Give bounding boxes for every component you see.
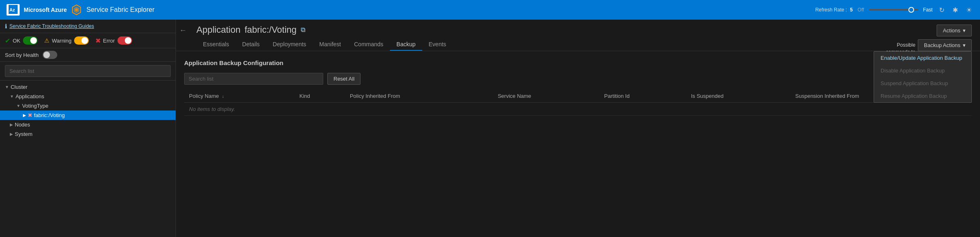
chevron-down-icon: ▼ — [16, 104, 20, 108]
sidebar: ℹ Service Fabric Troubleshooting Guides … — [0, 20, 176, 237]
sidebar-guide-link[interactable]: ℹ Service Fabric Troubleshooting Guides — [0, 20, 176, 33]
tree-item-label: System — [15, 131, 32, 137]
error-label: Error — [103, 38, 115, 44]
no-items-row: No items to display. — [184, 103, 972, 116]
theme-icon[interactable]: ☀ — [964, 5, 973, 16]
filter-row: ✔ OK ⚠ Warning ✖ Error — [0, 33, 176, 48]
warning-toggle[interactable] — [74, 36, 89, 45]
error-badge-icon: ✖ — [28, 112, 32, 118]
commands-overlay: Possiblecommands to Backup Actions ▾ Ena… — [886, 39, 972, 56]
backup-actions-arrow-icon: ▾ — [963, 42, 966, 48]
backup-actions-button[interactable]: Backup Actions ▾ — [918, 39, 972, 51]
sort-toggle[interactable] — [43, 51, 57, 59]
brand-name: Microsoft Azure — [24, 7, 67, 13]
page-title-row: Application fabric:/Voting ⧉ — [184, 25, 972, 35]
azure-logo: Az — [7, 4, 20, 16]
tree-item-label: Cluster — [11, 84, 27, 90]
off-label: Off — [858, 7, 864, 13]
tree-item-votingtype[interactable]: ▼ VotingType — [0, 101, 176, 111]
tab-backup[interactable]: Backup — [390, 38, 422, 51]
backup-config-table: Policy Name ↓ Kind Policy Inherited From… — [184, 90, 972, 116]
info-icon: ℹ — [5, 23, 7, 29]
no-items-text: No items to display. — [189, 101, 235, 117]
ok-toggle[interactable] — [23, 36, 38, 45]
tab-essentials[interactable]: Essentials — [196, 38, 236, 51]
tree-item-label: Applications — [16, 93, 44, 99]
col-partition-id: Partition Id — [599, 90, 686, 103]
warning-icon: ⚠ — [44, 37, 50, 44]
refresh-icon[interactable]: ↻ — [937, 5, 946, 16]
tab-deployments[interactable]: Deployments — [266, 38, 313, 51]
svg-point-4 — [75, 9, 78, 11]
tab-details[interactable]: Details — [236, 38, 266, 51]
main-layout: ℹ Service Fabric Troubleshooting Guides … — [0, 20, 980, 237]
col-is-suspended: Is Suspended — [686, 90, 791, 103]
backup-actions-menu: Enable/Update Application Backup Disable… — [874, 51, 972, 103]
sidebar-tree: ▼ Cluster ▼ Applications ▼ VotingType ▶ … — [0, 81, 176, 237]
guide-link-text: Service Fabric Troubleshooting Guides — [9, 23, 94, 29]
tab-manifest[interactable]: Manifest — [313, 38, 347, 51]
back-arrow-icon[interactable]: ← — [179, 26, 187, 35]
tab-events[interactable]: Events — [422, 38, 453, 51]
sort-arrow-icon: ↓ — [222, 94, 224, 99]
page-title-name: fabric:/Voting — [245, 25, 297, 35]
actions-label: Actions — [943, 27, 960, 34]
tree-item-nodes[interactable]: ▶ Nodes — [0, 120, 176, 129]
tree-item-cluster[interactable]: ▼ Cluster — [0, 82, 176, 92]
sort-by-health-label: Sort by Health — [5, 52, 38, 58]
sidebar-search-input[interactable] — [5, 65, 171, 77]
section-title: Application Backup Configuration — [184, 59, 972, 66]
copy-icon[interactable]: ⧉ — [301, 26, 305, 34]
actions-button-container: Actions ▾ — [937, 25, 972, 36]
tabs-row: Essentials Details Deployments Manifest … — [184, 38, 972, 51]
svg-text:Az: Az — [9, 7, 15, 12]
brand-container: Az Microsoft Azure Service Fabric Explor… — [7, 4, 155, 16]
dropdown-item-disable: Disable Application Backup — [874, 64, 971, 77]
tree-item-fabric-voting[interactable]: ▶ ✖ fabric:/Voting — [0, 111, 176, 120]
chevron-right-icon: ▶ — [10, 122, 13, 127]
hexagon-icon — [71, 4, 82, 16]
dropdown-item-suspend: Suspend Application Backup — [874, 77, 971, 90]
dropdown-arrow-icon: ▾ — [963, 27, 966, 34]
col-policy-name[interactable]: Policy Name ↓ — [184, 90, 295, 103]
table-search-input[interactable] — [184, 73, 323, 85]
table-toolbar: Reset All — [184, 73, 972, 85]
top-nav-bar: Az Microsoft Azure Service Fabric Explor… — [0, 0, 980, 20]
tab-commands[interactable]: Commands — [347, 38, 390, 51]
dropdown-item-enable[interactable]: Enable/Update Application Backup — [874, 52, 971, 64]
col-policy-inherited: Policy Inherited From — [345, 90, 493, 103]
warning-label: Warning — [52, 38, 72, 44]
col-kind: Kind — [295, 90, 345, 103]
sort-row: Sort by Health — [0, 48, 176, 62]
sidebar-search-row — [0, 62, 176, 81]
backup-actions-label: Backup Actions — [924, 42, 960, 48]
table-header-row: Policy Name ↓ Kind Policy Inherited From… — [184, 90, 972, 103]
ok-filter: ✔ OK — [5, 36, 38, 45]
tree-item-label: VotingType — [22, 103, 48, 109]
error-icon: ✖ — [95, 37, 101, 45]
warning-filter: ⚠ Warning — [44, 36, 89, 45]
tree-item-system[interactable]: ▶ System — [0, 129, 176, 139]
reset-all-button[interactable]: Reset All — [327, 73, 360, 85]
content-body: Application Backup Configuration Reset A… — [176, 51, 980, 237]
app-title: Service Fabric Explorer — [86, 6, 154, 14]
chevron-right-icon: ▶ — [23, 113, 26, 117]
dropdown-item-resume: Resume Application Backup — [874, 90, 971, 102]
settings-icon[interactable]: ✱ — [951, 5, 960, 16]
refresh-slider[interactable] — [869, 9, 918, 11]
chevron-right-icon: ▶ — [10, 132, 13, 136]
nav-right: Refresh Rate : 5 Off Fast ↻ ✱ ☀ — [815, 5, 973, 16]
ok-label: OK — [13, 38, 20, 44]
tree-item-label: fabric:/Voting — [34, 112, 65, 118]
error-filter: ✖ Error — [95, 36, 132, 45]
chevron-down-icon: ▼ — [10, 94, 14, 99]
backup-actions-dropdown: Backup Actions ▾ Enable/Update Applicati… — [918, 39, 972, 51]
actions-button[interactable]: Actions ▾ — [937, 25, 972, 36]
content-header: ← Application fabric:/Voting ⧉ Actions ▾… — [176, 20, 980, 51]
error-toggle[interactable] — [117, 36, 132, 45]
col-service-name: Service Name — [493, 90, 599, 103]
tree-item-label: Nodes — [15, 122, 30, 128]
tree-item-applications[interactable]: ▼ Applications — [0, 92, 176, 101]
page-title-app: Application — [196, 25, 241, 35]
fast-label: Fast — [923, 7, 933, 13]
